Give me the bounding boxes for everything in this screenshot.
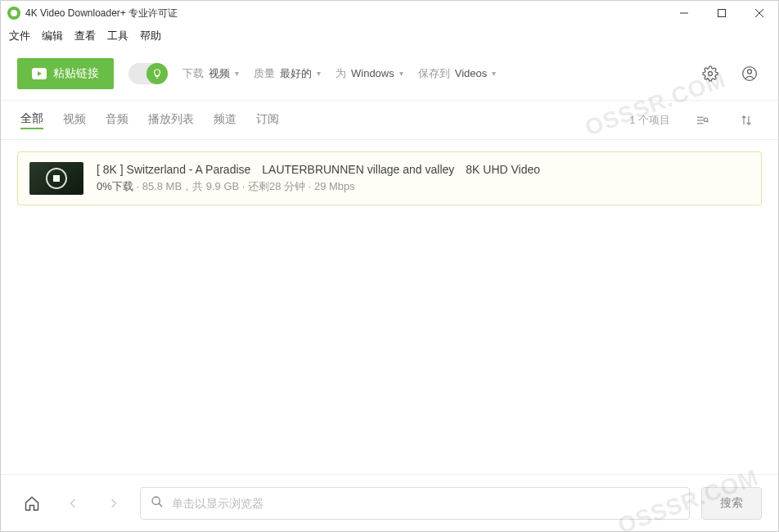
browser-bar: 搜索 xyxy=(1,474,778,531)
address-input[interactable] xyxy=(172,497,679,510)
save-location-select[interactable]: 保存到 Videos ▾ xyxy=(418,66,497,81)
quality-value: 最好的 xyxy=(280,66,312,81)
download-format-value: 视频 xyxy=(209,66,230,81)
menu-help[interactable]: 帮助 xyxy=(140,29,161,43)
window-controls xyxy=(665,1,778,25)
download-info: [ 8K ] Switzerland - A Paradise LAUTERBR… xyxy=(97,163,750,194)
downloads-list: [ 8K ] Switzerland - A Paradise LAUTERBR… xyxy=(1,140,778,474)
download-status: 0%下载 · 85.8 MB，共 9.9 GB · 还剩28 分钟 · 29 M… xyxy=(97,179,750,194)
lightbulb-icon xyxy=(146,63,168,84)
quality-select[interactable]: 质量 最好的 ▾ xyxy=(254,66,321,81)
quality-label: 质量 xyxy=(254,66,275,81)
titlebar: 4K Video Downloader+ 专业许可证 xyxy=(1,1,778,25)
menu-edit[interactable]: 编辑 xyxy=(42,29,63,43)
smart-mode-toggle[interactable] xyxy=(128,63,168,84)
download-item[interactable]: [ 8K ] Switzerland - A Paradise LAUTERBR… xyxy=(17,151,762,205)
paste-link-label: 粘贴链接 xyxy=(53,66,99,81)
maximize-button[interactable] xyxy=(703,1,741,25)
save-location-value: Videos xyxy=(455,67,488,79)
video-thumbnail xyxy=(29,162,83,195)
stop-icon xyxy=(53,175,60,182)
home-button[interactable] xyxy=(17,489,47,518)
download-title: [ 8K ] Switzerland - A Paradise LAUTERBR… xyxy=(97,163,750,178)
address-bar[interactable] xyxy=(140,487,690,520)
stop-button[interactable] xyxy=(46,168,67,189)
menubar: 文件 编辑 查看 工具 帮助 xyxy=(1,25,778,47)
menu-file[interactable]: 文件 xyxy=(9,29,30,43)
tab-channel[interactable]: 频道 xyxy=(214,112,236,128)
platform-value: Windows xyxy=(351,67,394,79)
svg-point-8 xyxy=(748,70,752,74)
tab-all[interactable]: 全部 xyxy=(20,111,43,129)
download-percent: 0%下载 xyxy=(97,180,133,192)
tab-audio[interactable]: 音频 xyxy=(106,112,128,128)
close-button[interactable] xyxy=(741,1,778,25)
youtube-icon xyxy=(32,68,47,79)
app-icon xyxy=(7,7,20,20)
chevron-down-icon: ▾ xyxy=(235,69,239,78)
svg-line-13 xyxy=(707,120,709,122)
toolbar: 粘贴链接 下载 视频 ▾ 质量 最好的 ▾ 为 Windows ▾ 保存到 Vi… xyxy=(1,47,778,101)
save-location-label: 保存到 xyxy=(418,66,450,81)
item-count: 1 个项目 xyxy=(629,113,670,128)
download-format-select[interactable]: 下载 视频 ▾ xyxy=(182,66,239,81)
minimize-button[interactable] xyxy=(665,1,703,25)
menu-view[interactable]: 查看 xyxy=(74,29,96,43)
download-size: 85.8 MB xyxy=(142,180,182,192)
back-button[interactable] xyxy=(58,489,88,518)
tab-video[interactable]: 视频 xyxy=(63,112,86,128)
search-icon xyxy=(151,495,164,512)
chevron-down-icon: ▾ xyxy=(317,69,321,78)
forward-button[interactable] xyxy=(99,489,128,518)
download-total: 9.9 GB xyxy=(206,180,239,192)
tab-playlist[interactable]: 播放列表 xyxy=(148,112,194,128)
download-format-label: 下载 xyxy=(182,66,204,81)
search-button[interactable]: 搜索 xyxy=(701,487,762,520)
menu-tools[interactable]: 工具 xyxy=(107,29,128,43)
download-speed: 29 Mbps xyxy=(314,180,355,192)
filter-tabs: 全部 视频 音频 播放列表 频道 订阅 1 个项目 xyxy=(1,101,778,140)
tab-subscribe[interactable]: 订阅 xyxy=(256,112,279,128)
sort-button[interactable] xyxy=(734,108,759,133)
svg-line-15 xyxy=(159,503,162,507)
svg-rect-1 xyxy=(718,10,726,17)
window-title: 4K Video Downloader+ 专业许可证 xyxy=(25,7,665,20)
download-eta: 还剩28 分钟 xyxy=(248,180,305,192)
chevron-down-icon: ▾ xyxy=(399,69,403,78)
chevron-down-icon: ▾ xyxy=(492,69,496,78)
display-options-button[interactable] xyxy=(690,108,714,133)
svg-point-6 xyxy=(709,71,713,75)
settings-button[interactable] xyxy=(698,61,723,86)
platform-select[interactable]: 为 Windows ▾ xyxy=(335,66,403,81)
account-button[interactable] xyxy=(737,61,762,86)
platform-label: 为 xyxy=(335,66,346,81)
svg-point-14 xyxy=(152,497,160,504)
paste-link-button[interactable]: 粘贴链接 xyxy=(17,58,114,89)
